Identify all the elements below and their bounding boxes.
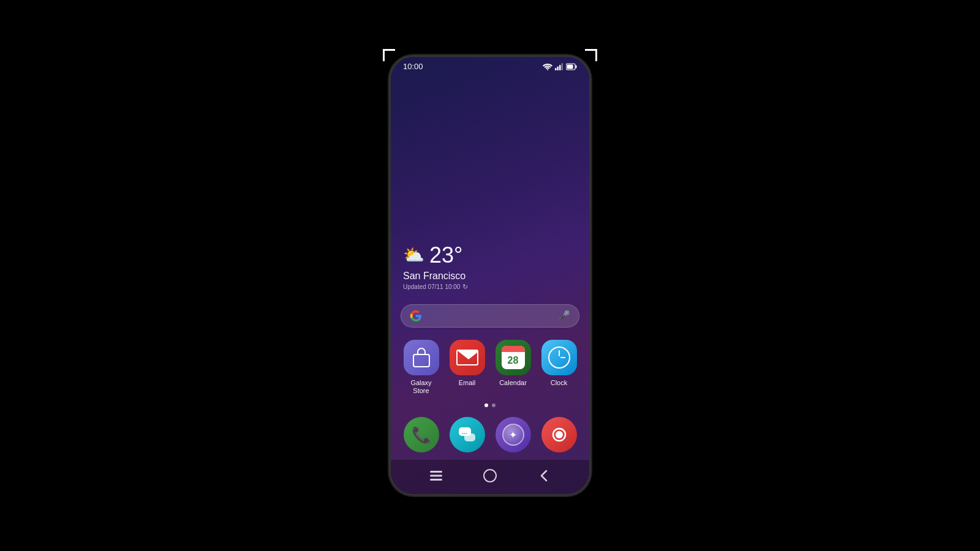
mic-icon[interactable]: 🎤 (558, 310, 570, 321)
app-item-email[interactable]: Email (447, 340, 488, 395)
galaxy-store-label: GalaxyStore (410, 379, 431, 395)
weather-updated: Updated 07/11 10:00 ↻ (403, 283, 577, 291)
bixby-orb-shape (502, 424, 524, 446)
navigation-bar (391, 460, 589, 494)
dock-bixby-icon (496, 417, 531, 452)
corner-bracket-tl (383, 49, 395, 61)
page-dot-0[interactable] (484, 403, 488, 407)
calendar-label: Calendar (499, 379, 527, 387)
status-icons (543, 63, 577, 70)
app-item-clock[interactable]: Clock (538, 340, 579, 395)
record-icon (550, 425, 568, 444)
refresh-icon[interactable]: ↻ (462, 283, 468, 291)
weather-condition-icon: ⛅ (403, 245, 424, 265)
svg-rect-1 (555, 68, 557, 70)
clock-label: Clock (551, 379, 568, 387)
email-label: Email (459, 379, 476, 387)
page-dots (391, 403, 589, 407)
phone-handset-icon: 📞 (412, 425, 431, 444)
home-icon (483, 468, 497, 483)
svg-rect-14 (430, 475, 442, 477)
phone-frame: 10:00 (389, 55, 591, 496)
calendar-icon: 28 (496, 340, 531, 375)
svg-point-12 (556, 431, 563, 438)
bag-shape (412, 348, 431, 367)
wifi-icon (543, 63, 552, 70)
weather-widget: ⛅ 23° San Francisco Updated 07/11 10:00 … (391, 230, 589, 297)
phone-screen: 10:00 (391, 57, 589, 494)
status-bar: 10:00 (391, 57, 589, 73)
envelope-shape (456, 350, 478, 365)
weather-temp-row: ⛅ 23° (403, 242, 577, 268)
dock-item-messages[interactable]: … (447, 417, 488, 452)
recents-button[interactable] (426, 466, 446, 485)
back-icon (539, 470, 549, 482)
app-item-calendar[interactable]: 28 Calendar (492, 340, 533, 395)
svg-rect-2 (557, 66, 559, 70)
svg-rect-6 (567, 64, 573, 69)
phone-container: 10:00 (389, 55, 591, 496)
svg-rect-3 (559, 65, 561, 70)
clock-face (548, 347, 570, 369)
page-dot-1[interactable] (492, 403, 496, 407)
svg-rect-4 (562, 63, 564, 70)
svg-point-0 (547, 69, 548, 70)
calendar-face: 28 (502, 346, 525, 369)
app-grid: GalaxyStore Email 28 (391, 335, 589, 400)
galaxy-store-icon (404, 340, 439, 375)
corner-bracket-tr (585, 49, 597, 61)
app-item-galaxy-store[interactable]: GalaxyStore (401, 340, 442, 395)
svg-rect-13 (430, 471, 442, 473)
svg-rect-7 (576, 65, 577, 68)
svg-point-16 (484, 470, 496, 482)
home-button[interactable] (480, 466, 500, 485)
weather-temperature: 23° (429, 242, 462, 268)
calendar-date: 28 (502, 352, 525, 369)
status-time: 10:00 (403, 62, 423, 71)
search-bar[interactable]: 🎤 (401, 304, 579, 328)
chat-bubbles-icon: … (458, 427, 477, 443)
dock: 📞 … (391, 411, 589, 460)
email-icon (450, 340, 485, 375)
clock-icon (541, 340, 577, 375)
dock-phone-icon: 📞 (404, 417, 439, 452)
svg-text:…: … (462, 429, 467, 435)
dock-recorder-icon (541, 417, 577, 452)
battery-icon (566, 63, 577, 70)
google-logo (410, 310, 422, 322)
signal-icon (555, 63, 564, 70)
calendar-header (502, 346, 525, 352)
recents-icon (430, 471, 442, 481)
dock-item-bixby[interactable] (492, 417, 533, 452)
dock-item-screen-recorder[interactable] (538, 417, 579, 452)
weather-city: San Francisco (403, 271, 577, 282)
back-button[interactable] (534, 466, 554, 485)
svg-rect-15 (430, 479, 442, 481)
dock-item-phone[interactable]: 📞 (401, 417, 442, 452)
dock-messages-icon: … (450, 417, 485, 452)
